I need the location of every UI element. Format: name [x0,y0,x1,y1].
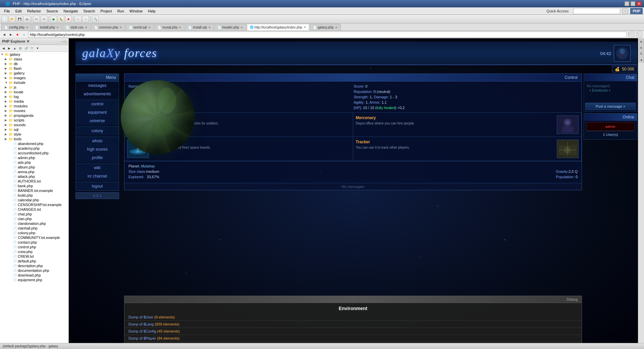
sidebar-filter[interactable]: ▽ [29,46,35,51]
tree-item-js[interactable]: ▶ 📁 js [0,85,68,90]
tree-item-default[interactable]: 📄 default.php [0,259,68,263]
close-tab-config[interactable]: ✕ [26,26,29,29]
menu-control[interactable]: control [76,100,119,108]
tree-item-control[interactable]: 📄 control.php [0,245,68,249]
menu-messages[interactable]: messages [76,82,119,90]
distribute-link[interactable]: Distribute » [165,95,184,99]
tree-item-documentation[interactable]: 📄 documentation.php [0,268,68,273]
sidebar-forward[interactable]: ▶ [6,46,12,51]
tree-item-download[interactable]: 📄 download.php [0,273,68,278]
dump-user[interactable]: Dump of $User (8 elements) [124,314,582,321]
tree-item-clan[interactable]: 📄 clan.php [0,216,68,221]
tree-item-tools[interactable]: ▶ 📁 tools [0,137,68,141]
save-all-button[interactable]: 🗂 [23,16,30,22]
building-mercenary[interactable]: Mercenary Depot office where you can hir… [353,113,582,137]
online-user-admin[interactable]: admin [588,124,633,129]
menu-search[interactable]: Search [81,8,98,14]
tree-item-clandonation[interactable]: 📄 clandonation.php [0,221,68,226]
tab-header-php[interactable]: 📄 header.php ✕ [215,24,246,31]
tab-install-php[interactable]: 📄 install.php ✕ [32,24,62,31]
maximize-button[interactable]: □ [631,1,635,6]
close-tab-common[interactable]: ✕ [119,26,122,29]
tree-item-movies[interactable]: ▶ 📁 movies [0,108,68,113]
quick-access-input[interactable] [573,8,620,14]
tree-item-academy[interactable]: 📄 academy.php [0,146,68,151]
menu-help[interactable]: Help [145,8,158,14]
tab-install-sql[interactable]: 📄 install.sql ✕ [185,24,214,31]
undo-button[interactable]: ↩ [33,16,40,22]
tree-item-community[interactable]: 📄 COMMUNITY.txt.example [0,235,68,240]
php-button[interactable]: PHP [630,8,643,14]
menu-universe[interactable]: universe [76,117,119,125]
tree-item-media[interactable]: ▶ 📁 media [0,99,68,104]
sidebar-up[interactable]: ▲ [12,46,17,51]
close-tab-style[interactable]: ✕ [85,26,88,29]
right-icon-3[interactable]: ☰ [639,51,644,56]
save-button[interactable]: 💾 [16,16,23,22]
tree-item-accountlocked[interactable]: 📄 accountlocked.php [0,151,68,155]
dump-lang[interactable]: Dump of $Lang (839 elements) [124,321,582,328]
tree-item-include[interactable]: ▼ 📁 include [0,80,68,85]
building-tracker[interactable]: Tracker You can use it to track other pl… [353,137,582,161]
menu-equipment[interactable]: equipment [76,108,119,117]
forward-button[interactable]: → [82,16,89,22]
tree-item-images[interactable]: ▶ 📁 images [0,76,68,80]
sidebar-minimize[interactable]: ─ [62,40,64,43]
sidebar-maximize[interactable]: □ [65,40,66,43]
tree-item-calendar[interactable]: 📄 calendar.php [0,198,68,202]
tree-item-log[interactable]: ▶ 📁 log [0,94,68,99]
url-go-button[interactable]: ▶ [628,32,635,38]
tree-item-crew[interactable]: 📄 crew.php [0,249,68,254]
menu-file[interactable]: File [1,8,13,14]
sidebar-collapse[interactable]: ⊟ [18,46,23,51]
menu-whois[interactable]: whois [76,137,119,145]
tree-item-admin[interactable]: 📄 admin.php [0,155,68,160]
tree-item-attack[interactable]: 📄 attack.php [0,174,68,179]
statistics-link[interactable]: «Statistics » [152,84,171,88]
tree-item-locale[interactable]: ▶ 📁 locale [0,90,68,94]
menu-irc[interactable]: irc channel [76,172,119,181]
search-button[interactable]: 🔍 [92,16,99,22]
menu-advertisements[interactable]: advertisements [76,90,119,98]
redo-button[interactable]: ↪ [41,16,47,22]
tree-item-censorship[interactable]: 📄 CENSORSHIP.txt.example [0,202,68,207]
tree-item-sql[interactable]: ▶ 📁 sql [0,127,68,132]
url-input[interactable] [28,32,627,38]
new-button[interactable]: 📄 [1,16,8,22]
tree-item-colony[interactable]: 📄 colony.php [0,231,68,235]
close-tab-galaxy-index[interactable]: ✕ [304,26,306,29]
sidebar-back[interactable]: ◀ [1,46,6,51]
tree-item-equipment[interactable]: 📄 equipment.php [0,278,68,282]
url-forward-button[interactable]: ▶ [8,32,13,37]
tree-item-flash[interactable]: ▶ 📁 flash [0,66,68,71]
url-reload-button[interactable]: ■ [15,32,20,37]
menu-edit[interactable]: Edit [13,8,24,14]
tab-mysql-php[interactable]: 📄 mysql.php ✕ [155,24,185,31]
run-button[interactable]: ▶ [50,16,57,22]
tree-item-build[interactable]: 📄 build.php [0,193,68,198]
building-teleport[interactable]: Teleport Gate to fast (but not free) spa… [124,137,353,161]
menu-wiki[interactable]: wiki [76,164,119,172]
tree-item-gallery[interactable]: ▶ 📁 gallery [0,71,68,76]
menu-highscores[interactable]: high scores [76,145,119,154]
tree-item-banner[interactable]: 📄 BANNER.txt.example [0,188,68,193]
tree-item-description[interactable]: 📄 description.php [0,263,68,268]
tree-item-propaganda[interactable]: ▶ 📁 propaganda [0,113,68,118]
menu-source[interactable]: Source [44,8,61,14]
tree-item-clanhall[interactable]: 📄 clanhall.php [0,226,68,231]
right-icon-2[interactable]: ⊟ [639,45,644,50]
tab-world-sql[interactable]: 📄 world.sql ✕ [126,24,154,31]
menu-project[interactable]: Project [98,8,114,14]
tree-item-modules[interactable]: ▶ 📁 modules [0,104,68,108]
dump-config[interactable]: Dump of $Config (45 elements) [124,328,582,335]
right-icon-1[interactable]: ⊞ [639,39,644,44]
tree-item-sounds[interactable]: ▶ 📁 sounds [0,122,68,127]
tab-common-php[interactable]: 📄 common.php ✕ [91,24,125,31]
minimize-button[interactable]: ─ [625,1,629,6]
menu-logout[interactable]: logout [76,182,119,191]
url-back-button[interactable]: ◀ [1,32,7,37]
back-button[interactable]: ← [75,16,82,22]
debug-button[interactable]: 🐛 [58,16,64,22]
emoticons-link[interactable]: » Emoticons « [587,88,634,93]
tree-item-abandoned[interactable]: 📄 abandoned.php [0,141,68,146]
